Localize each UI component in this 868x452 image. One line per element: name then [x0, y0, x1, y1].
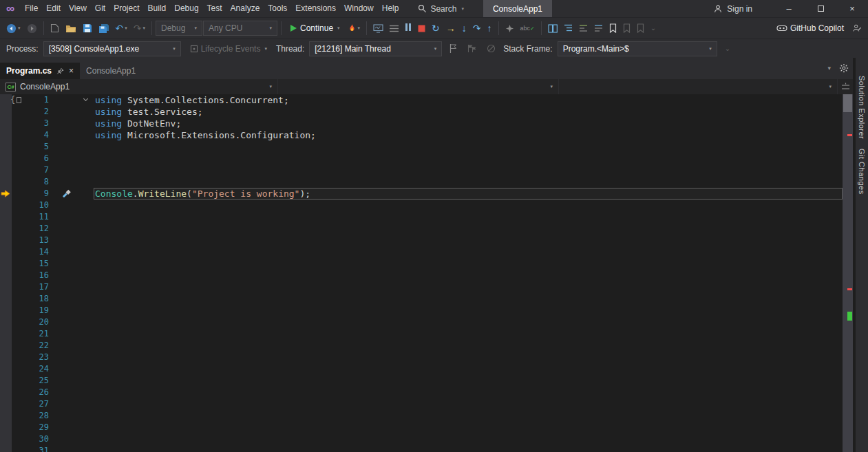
vertical-scrollbar[interactable]: [843, 94, 853, 452]
tab-program-cs[interactable]: Program.cs ×: [0, 63, 80, 79]
stop-debugging-button[interactable]: [415, 19, 428, 37]
menu-build[interactable]: Build: [144, 0, 171, 17]
show-next-statement-button[interactable]: →: [443, 19, 458, 37]
code-line-10[interactable]: [94, 200, 843, 211]
fold-chevron-icon[interactable]: [83, 96, 88, 101]
next-bookmark-button[interactable]: [634, 19, 647, 37]
code-line-8[interactable]: [94, 176, 843, 188]
code-line-7[interactable]: [94, 164, 843, 176]
restart-button[interactable]: ↻: [429, 19, 443, 37]
type-dropdown[interactable]: ▾: [278, 79, 559, 94]
step-into-button[interactable]: ↓: [459, 19, 469, 37]
code-line-19[interactable]: [94, 305, 843, 316]
maximize-button[interactable]: [805, 0, 836, 17]
code-suggestions-button[interactable]: [502, 19, 517, 37]
code-line-15[interactable]: [94, 258, 843, 270]
menu-test[interactable]: Test: [203, 0, 226, 17]
tab-git-changes[interactable]: Git Changes: [858, 149, 866, 195]
menu-window[interactable]: Window: [340, 0, 378, 17]
redo-button[interactable]: ↷ ▾: [131, 19, 148, 37]
open-file-button[interactable]: [63, 19, 79, 37]
menu-git[interactable]: Git: [91, 0, 109, 17]
code-line-5[interactable]: [94, 141, 843, 153]
flag-thread-button[interactable]: [447, 40, 460, 58]
save-all-button[interactable]: [96, 19, 112, 37]
expand-all-button[interactable]: [576, 19, 591, 37]
hot-reload-button[interactable]: ▾: [345, 19, 363, 37]
code-line-24[interactable]: [94, 363, 843, 375]
code-line-9[interactable]: Console.WriteLine("Project is working");: [94, 188, 843, 200]
code-line-30[interactable]: [94, 433, 843, 445]
menu-edit[interactable]: Edit: [42, 0, 65, 17]
document-outline-button[interactable]: [561, 19, 575, 37]
debugbar-overflow-button[interactable]: ⌄: [722, 40, 733, 58]
code-line-21[interactable]: [94, 328, 843, 340]
github-copilot-button[interactable]: GitHub Copilot: [772, 19, 848, 37]
tab-solution-explorer[interactable]: Solution Explorer: [858, 76, 866, 139]
menu-tools[interactable]: Tools: [264, 0, 291, 17]
spell-checker-button[interactable]: abc ✓: [518, 19, 538, 37]
menu-debug[interactable]: Debug: [170, 0, 202, 17]
thread-dropdown[interactable]: [21216] Main Thread ▾: [309, 41, 442, 56]
threads-window-button[interactable]: [387, 19, 401, 37]
code-line-12[interactable]: [94, 223, 843, 235]
code-line-14[interactable]: [94, 246, 843, 258]
gear-icon[interactable]: [839, 63, 849, 73]
code-area[interactable]: using System.Collections.Concurrent;usin…: [94, 94, 843, 452]
code-line-1[interactable]: using System.Collections.Concurrent;: [94, 94, 843, 106]
close-tab-icon[interactable]: ×: [69, 66, 74, 76]
menu-analyze[interactable]: Analyze: [226, 0, 264, 17]
tab-consoleapp1[interactable]: ConsoleApp1: [80, 63, 142, 79]
menu-file[interactable]: File: [21, 0, 42, 17]
process-dropdown[interactable]: [3508] ConsoleApp1.exe ▾: [43, 41, 181, 56]
breakpoint-margin[interactable]: [0, 94, 12, 452]
show-threads-in-source-button[interactable]: [484, 40, 498, 58]
continue-button[interactable]: Continue ▾: [285, 19, 344, 37]
code-line-13[interactable]: [94, 235, 843, 246]
split-editor-button[interactable]: [838, 79, 853, 94]
navigate-back-button[interactable]: ▾: [3, 19, 23, 37]
flagged-threads-only-button[interactable]: [465, 40, 479, 58]
tab-list-dropdown-icon[interactable]: ▾: [827, 65, 831, 72]
pin-icon[interactable]: [56, 67, 64, 75]
code-line-4[interactable]: using Microsoft.Extensions.Configuration…: [94, 129, 843, 141]
sign-in-button[interactable]: Sign in: [713, 4, 752, 14]
code-line-22[interactable]: [94, 340, 843, 352]
toolbar-overflow-button[interactable]: ⌄: [648, 19, 659, 37]
code-line-17[interactable]: [94, 281, 843, 293]
menu-view[interactable]: View: [65, 0, 91, 17]
code-line-6[interactable]: [94, 153, 843, 164]
code-line-18[interactable]: [94, 293, 843, 305]
step-over-button[interactable]: ↷: [470, 19, 484, 37]
diagnostic-tools-button[interactable]: [370, 19, 386, 37]
close-button[interactable]: ×: [836, 0, 868, 17]
menu-project[interactable]: Project: [109, 0, 143, 17]
navigate-forward-button[interactable]: [24, 19, 40, 37]
solution-platform-dropdown[interactable]: Any CPU ▾: [203, 21, 277, 36]
previous-bookmark-button[interactable]: [620, 19, 633, 37]
feedback-button[interactable]: [849, 19, 865, 37]
code-editor[interactable]: 1234567891011121314151617181920212223242…: [0, 94, 853, 452]
menu-help[interactable]: Help: [378, 0, 403, 17]
collapse-all-button[interactable]: [591, 19, 606, 37]
step-out-button[interactable]: ↑: [485, 19, 495, 37]
code-line-26[interactable]: [94, 387, 843, 398]
menu-extensions[interactable]: Extensions: [291, 0, 340, 17]
code-line-31[interactable]: [94, 445, 843, 452]
save-button[interactable]: [80, 19, 95, 37]
project-dropdown[interactable]: C# ConsoleApp1 ▾: [0, 79, 278, 94]
scrollbar-thumb[interactable]: [843, 94, 852, 112]
solution-configuration-dropdown[interactable]: Debug ▾: [156, 21, 202, 36]
code-line-16[interactable]: [94, 270, 843, 281]
code-line-27[interactable]: [94, 398, 843, 410]
toggle-bookmark-button[interactable]: [606, 19, 620, 37]
code-line-25[interactable]: [94, 375, 843, 387]
compare-files-button[interactable]: [545, 19, 560, 37]
stack-frame-dropdown[interactable]: Program.<Main>$ ▾: [558, 41, 717, 56]
code-line-2[interactable]: using test.Services;: [94, 106, 843, 118]
search-control[interactable]: Search ▾: [412, 4, 469, 14]
minimize-button[interactable]: –: [773, 0, 805, 17]
new-file-button[interactable]: [47, 19, 62, 37]
code-line-28[interactable]: [94, 410, 843, 422]
code-line-20[interactable]: [94, 316, 843, 328]
